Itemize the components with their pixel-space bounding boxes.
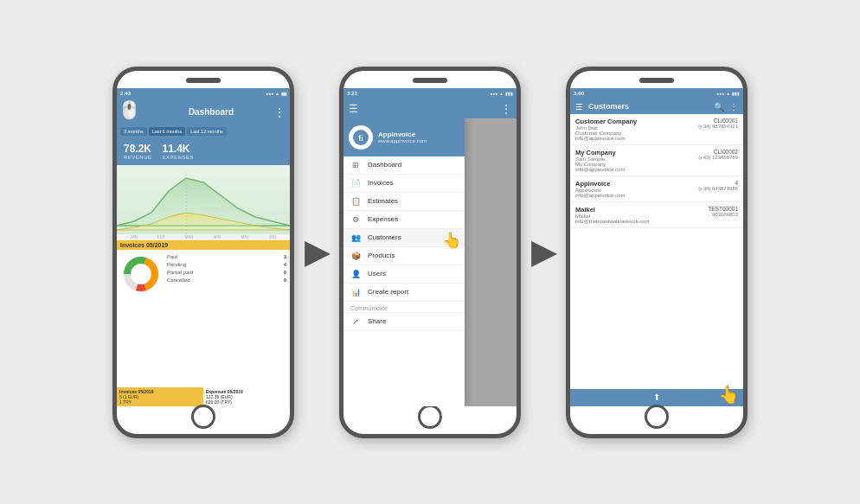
hamburger-icon-3[interactable]: ☰ xyxy=(575,102,583,112)
scene: 2:43 ●●● ▲ ▮▮▮ 🖱️ Dashboard ⋮ 3 months L… xyxy=(0,0,860,504)
phone-1-inner: 2:43 ●●● ▲ ▮▮▮ 🖱️ Dashboard ⋮ 3 months L… xyxy=(117,88,290,406)
menu-dim-overlay xyxy=(465,118,517,406)
menu-item-share-label: Share xyxy=(368,317,386,325)
status-bar-2: 3:22 ●●● ▲ ▮▮▮ xyxy=(343,88,517,99)
menu-item-users-label: Users xyxy=(368,270,386,278)
signal-icon: ●●● xyxy=(266,91,273,96)
bottom-action-bar: ⬆ 👆 xyxy=(570,389,743,406)
menu-item-users[interactable]: 👤 Users xyxy=(343,265,465,284)
hamburger-icon-2[interactable]: ☰ xyxy=(349,103,358,115)
upload-icon[interactable]: ⬆ xyxy=(653,392,660,402)
search-icon-3[interactable]: 🔍 xyxy=(714,102,724,112)
users-icon: 👤 xyxy=(350,270,361,278)
invoice-pending-label: Pending xyxy=(167,262,186,267)
customer-item-3[interactable]: Appinvoice Appinvoice info@appinvoice.co… xyxy=(570,176,743,202)
menu-item-customers[interactable]: 👥 Customers 👆 xyxy=(343,229,465,247)
chart-label-apr: APR xyxy=(213,235,221,239)
invoice-cancelled-label: Cancelled xyxy=(167,278,190,283)
customer-1-name: Customer Company xyxy=(575,118,695,125)
filter-12m[interactable]: Last 12 months xyxy=(187,127,227,136)
arrow-1: ▶ xyxy=(305,234,329,271)
phone-2-menu: 3:22 ●●● ▲ ▮▮▮ ☰ ⋮ xyxy=(339,67,521,438)
app-bar-1: 🖱️ Dashboard ⋮ xyxy=(117,99,290,125)
menu-item-estimates[interactable]: 📋 Estimates xyxy=(343,193,465,211)
menu-item-customers-label: Customers xyxy=(368,233,401,241)
more-icon-2[interactable]: ⋮ xyxy=(501,103,511,115)
profile-url: www.appinvoice.com xyxy=(378,138,427,144)
expenses-icon: ⚙ xyxy=(350,215,361,224)
customers-list: Customer Company John Due Customer Compa… xyxy=(570,114,743,389)
expenses-value: 11.4K xyxy=(163,143,194,155)
customer-4-phone: 603186803 xyxy=(708,212,738,217)
battery-icon-2: ▮▮▮ xyxy=(505,91,513,96)
customers-app-bar: ☰ Customers 🔍 ⋮ xyxy=(570,99,743,114)
customer-2-phone: (+43) 123456789 xyxy=(698,155,738,160)
bottom-expenses-bar: Expenses 05/2019 122.35 (EUR) 626.00 (TR… xyxy=(203,387,290,406)
menu-item-products[interactable]: 📦 Products xyxy=(343,247,465,265)
products-icon: 📦 xyxy=(350,252,361,260)
menu-item-products-label: Products xyxy=(368,252,395,259)
bottom-bars: Invoices 05/2019 5 (1 EUR) 1 TRY Expense… xyxy=(117,387,290,406)
invoices-header: Invoices 05/2019 xyxy=(117,240,290,250)
phone-1-dashboard: 2:43 ●●● ▲ ▮▮▮ 🖱️ Dashboard ⋮ 3 months L… xyxy=(112,67,294,438)
invoice-row-pending: Pending 4 xyxy=(167,261,286,268)
customer-item-2[interactable]: My Company Sam Sample My Company info@ap… xyxy=(570,145,743,176)
menu-item-dashboard[interactable]: ⊞ Dashboard xyxy=(343,156,465,175)
customer-4-email: info@theboardwalknetwork.com xyxy=(575,219,704,224)
menu-item-invoices[interactable]: 📄 Invoices xyxy=(343,175,465,193)
signal-icon-3: ●●● xyxy=(716,91,724,96)
expenses-label: EXPENSES xyxy=(163,155,194,160)
customers-action-icons: 🔍 ⋮ xyxy=(714,102,738,112)
filter-3m[interactable]: 3 months xyxy=(120,127,147,136)
communicate-section-label: Communicate xyxy=(343,302,465,313)
chart-label-feb: FEB xyxy=(157,235,165,239)
chart-label-mar: MAR xyxy=(184,235,193,239)
invoices-section: Invoices 05/2019 Paid xyxy=(117,240,290,387)
cursor-tap-1: 🖱️ xyxy=(119,99,140,120)
customer-item-4[interactable]: Maikel Maikel info@theboardwalknetwork.c… xyxy=(570,202,743,228)
wifi-icon-3: ▲ xyxy=(726,91,730,96)
menu-icon-1[interactable]: ⋮ xyxy=(274,106,285,118)
status-icons-3: ●●● ▲ ▮▮▮ xyxy=(716,91,740,96)
bottom-invoices-val2: 1 TRY xyxy=(119,399,201,405)
wifi-icon-2: ▲ xyxy=(499,91,504,96)
more-icon-3[interactable]: ⋮ xyxy=(729,102,738,112)
menu-item-expenses[interactable]: ⚙ Expenses xyxy=(343,211,465,229)
menu-overlay: fi Appinvoice www.appinvoice.com ⊞ Dashb… xyxy=(343,118,517,406)
create-report-icon: 📊 xyxy=(350,288,361,297)
profile-name: Appinvoice xyxy=(378,131,427,138)
bottom-invoices-bar: Invoices 05/2019 5 (1 EUR) 1 TRY xyxy=(117,387,203,406)
cursor-tap-3: 👆 xyxy=(718,384,740,405)
invoice-row-paid: Paid 3 xyxy=(167,253,286,260)
menu-item-share[interactable]: ↗ Share xyxy=(343,313,465,331)
customers-page-title: Customers xyxy=(588,102,709,111)
bottom-expenses-val2: 626.00 (TRY) xyxy=(206,399,287,405)
customer-1-phone: (+34) 987654321 xyxy=(698,124,738,129)
menu-items-list: ⊞ Dashboard 📄 Invoices 📋 Estimates ⚙ xyxy=(343,156,465,406)
profile-info: Appinvoice www.appinvoice.com xyxy=(378,131,427,144)
phone-3-customers: 3:00 ●●● ▲ ▮▮▮ ☰ Customers 🔍 ⋮ xyxy=(566,67,748,438)
profile-avatar: fi xyxy=(349,125,373,150)
customer-item-1[interactable]: Customer Company John Due Customer Compa… xyxy=(570,114,743,145)
customer-3-phone: (+34) 643877086 xyxy=(698,186,738,191)
arrow-2: ▶ xyxy=(531,234,555,271)
invoices-icon: 📄 xyxy=(350,179,361,188)
invoice-partial-label: Partial paid xyxy=(167,270,193,275)
battery-icon: ▮▮▮ xyxy=(281,91,286,96)
revenue-label: REVENUE xyxy=(124,155,152,160)
customer-1-code: CLI00001 xyxy=(698,118,738,124)
invoice-list: Paid 3 Pending 4 Partial paid 0 Cancel xyxy=(167,253,286,384)
menu-panel: fi Appinvoice www.appinvoice.com ⊞ Dashb… xyxy=(343,118,465,406)
invoice-paid-label: Paid xyxy=(167,254,177,259)
revenue-stat: 78.2K REVENUE xyxy=(124,143,152,160)
customer-3-name: Appinvoice xyxy=(575,180,695,188)
donut-chart xyxy=(120,253,164,384)
dashboard-icon: ⊞ xyxy=(350,161,361,169)
customer-2-email: info@appinvoice.com xyxy=(575,167,695,172)
invoice-cancelled-count: 0 xyxy=(284,278,286,283)
invoice-pending-count: 4 xyxy=(284,262,286,267)
menu-item-create-report[interactable]: 📊 Create report xyxy=(343,284,465,302)
filter-tabs: 3 months Last 6 months Last 12 months xyxy=(117,125,290,139)
filter-6m[interactable]: Last 6 months xyxy=(149,127,186,136)
menu-profile: fi Appinvoice www.appinvoice.com xyxy=(343,118,465,156)
